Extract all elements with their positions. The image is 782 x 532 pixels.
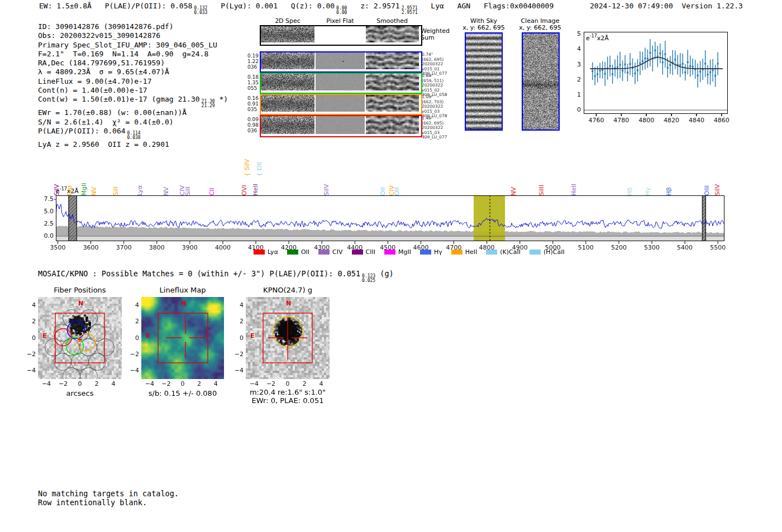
kpno-title: KPNO(24.7) g [263,286,312,294]
spectrum-x-tick: 5400 [677,244,693,251]
spectrum-x-tick: 3700 [116,244,132,251]
spec2d-column-title: 2D Spec [275,17,301,25]
spec2d-left-value: 055 [247,85,259,91]
info-line: F=2.1" T=0.169 N=1.14 A=0.90 g=24.8 [38,50,228,59]
legend-swatch [451,250,462,255]
info-text: P(LAE)/P(OII): 0.064 [38,127,126,135]
cutout-y-tick: 2 [127,318,139,325]
report-datetime: 2024-12-30 07:49:00 [590,2,673,10]
lineflux-xlabel: s/b: 0.15 +/- 0.080 [149,389,217,397]
spec2d-row-left-label: 0.090.98036 [247,117,259,133]
cutout-x-tick: 4 [112,380,116,387]
spec2d-left-value: 0.19 [247,53,259,59]
legend-label: CIV [332,248,342,256]
cutout-x-tick: 0 [78,380,82,387]
info-line: ID: 3090142876 (3090142876.pdf) [38,22,228,31]
pixel-flat-cutout [316,116,365,134]
cutout-y-tick: 4 [127,301,139,309]
smoothed-cutout [366,95,419,112]
line-type-label: Lyα [431,2,444,10]
cutout-x-tick: −4 [42,380,51,387]
zoom-x-tick: 4820 [664,117,679,124]
spec2d-cutout [261,26,314,42]
cutout-x-tick: 4 [320,380,323,387]
legend-swatch [486,250,497,255]
cutout-x-tick: −4 [145,380,154,387]
lineflux-map-image [141,297,224,379]
zoom-x-tick: 4760 [588,117,604,124]
spectrum-x-tick: 4000 [215,244,231,251]
cutout-y-tick: 0 [23,334,36,342]
compass-east-label: E [146,332,150,339]
spectrum-y-tick: 7.5 [40,195,54,203]
lineflux-map-title: Lineflux Map [160,286,206,294]
info-line: Cont(n) = 1.40(±0.00)e-17 [38,86,228,95]
cutout-y-tick: −4 [127,367,139,374]
info-text: EWr = 1.70(±0.88) (w: 0.00(±nan))Å [38,108,187,117]
p-lya-value: P(Lyα): 0.001 [221,2,278,10]
spectrum-legend: LyαOIICIVCIIIMgIIHγHeII(K)CaII(H)CaII [245,248,565,256]
elixer-report-page: EW: 1.5±0.8Å P(LAE)/P(OII): 0.0580.1320.… [0,0,782,532]
kpno-xlabel: m:20.4 re:1.6" s:1.0" [250,388,326,396]
cutout-x-tick: 2 [303,380,307,387]
zoom-y-tick: 4 [574,45,581,52]
spec2d-left-value: 036 [247,64,259,70]
smoothed-cutout [366,26,419,42]
detection-info-block: ID: 3090142876 (3090142876.pdf)Obs: 2020… [38,22,228,149]
weighted-sum-line: Sum [421,35,450,41]
spectrum-x-tick: 3900 [182,244,198,251]
mosaic-bounds: 0.1230.025 [362,274,375,283]
plae-poii-bounds: 0.1320.033 [194,6,207,15]
spectrum-x-tick: 5300 [644,244,660,251]
spectrum-x-tick: 3800 [149,244,165,251]
info-line: LyA z = 2.9560 OII z = 0.2901 [38,140,228,149]
zoom-x-tick: 4780 [613,117,629,124]
spectrum-x-tick: 5200 [611,244,627,251]
spec2d-row-left-label: 0.160.91035 [247,95,259,112]
spectrum-y-tick: 5.0 [40,208,54,215]
with-sky-image [465,32,503,131]
info-uncertainty: 21.3021.29 [202,99,215,108]
legend-label: Lyα [268,248,278,256]
spec2d-cutout [261,52,314,69]
info-text: LineFlux = 9.00(±4.70)e-17 [38,77,152,85]
mosaic-text: MOSAIC/KPNO : Possible Matches = 0 (with… [38,269,360,278]
zoom-y-tick: 2 [574,76,581,83]
with-sky-coords: x, y: 662, 695 [462,24,504,31]
fiber-positions-title: Fiber Positions [54,286,106,294]
flags-value: Flags:0x00400009 [484,2,554,10]
cutout-x-tick: −2 [161,380,170,387]
plae-poii-label: P(LAE)/P(OII): [105,2,166,10]
zoom-y-tick: 1 [574,91,581,98]
info-line: S/N = 2.6(±1.4) χ² = 0.4(±0.0) [38,118,228,127]
info-line: Cont(w) = 1.50(±0.01)e-17 (gmag 21.3021.… [38,95,228,108]
info-text: RA,Dec (184.797699,51.761959) [38,59,165,67]
cutout-y-tick: −2 [127,351,139,358]
legend-swatch [384,250,395,255]
compass-north-label: N [286,300,291,307]
z-number: 2.9571 [374,2,400,10]
mosaic-match-line: MOSAIC/KPNO : Possible Matches = 0 (with… [38,269,394,283]
cutout-y-tick: −4 [23,367,36,374]
pixel-flat-cutout [316,74,365,90]
spec2d-row-left-label: 0.181.35055 [247,74,259,91]
footer-line2: Row intentionally blank. [38,498,147,507]
smoothed-cutout [366,74,419,90]
zoom-x-tick: 4840 [689,117,704,124]
z-bounds: 2.95712.9571 [402,6,418,15]
fiber-positions-image [38,297,122,379]
info-text: *) [215,95,228,103]
qz-number: 0.00 [317,2,335,10]
spec2d-left-value: 0.16 [247,95,259,101]
smoothed-cutout [366,116,419,134]
info-text: Obs: 20200322v015_3090142876 [38,31,160,40]
info-text: λ = 4809.23Å σ = 9.65(±4.07)Å [38,68,169,76]
report-version: Version 1.22.3 [681,2,743,10]
ew-value: EW: 1.5±0.8Å [39,2,92,10]
legend-swatch [352,250,363,255]
info-text: Cont(w) = 1.50(±0.01)e-17 (gmag 21.30 [38,95,200,103]
legend-swatch [530,250,541,255]
info-uncertainty-lo: 0.038 [127,136,141,140]
kpno-image [246,297,330,379]
pixel-flat-cutout [316,26,365,42]
